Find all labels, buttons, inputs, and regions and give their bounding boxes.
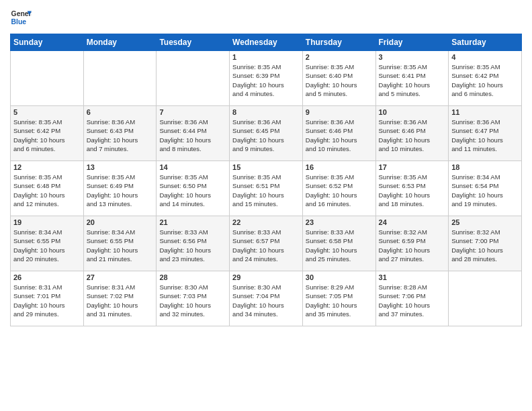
calendar-cell: 2Sunrise: 8:35 AM Sunset: 6:40 PM Daylig… xyxy=(302,51,375,106)
day-number: 11 xyxy=(451,108,519,116)
day-info: Sunrise: 8:30 AM Sunset: 7:03 PM Dayligh… xyxy=(159,283,226,318)
day-info: Sunrise: 8:36 AM Sunset: 6:45 PM Dayligh… xyxy=(232,118,300,153)
day-number: 24 xyxy=(379,218,446,226)
day-number: 25 xyxy=(451,218,519,226)
calendar-cell: 11Sunrise: 8:36 AM Sunset: 6:47 PM Dayli… xyxy=(449,106,522,161)
calendar-cell: 10Sunrise: 8:36 AM Sunset: 6:46 PM Dayli… xyxy=(375,106,449,161)
day-number: 29 xyxy=(232,273,300,281)
day-info: Sunrise: 8:29 AM Sunset: 7:05 PM Dayligh… xyxy=(306,283,373,318)
day-info: Sunrise: 8:35 AM Sunset: 6:40 PM Dayligh… xyxy=(306,62,373,98)
svg-text:Blue: Blue xyxy=(11,18,27,26)
calendar-cell xyxy=(157,51,230,106)
calendar-cell: 24Sunrise: 8:32 AM Sunset: 6:59 PM Dayli… xyxy=(375,216,449,271)
calendar-cell xyxy=(83,51,157,106)
day-info: Sunrise: 8:34 AM Sunset: 6:55 PM Dayligh… xyxy=(13,228,81,263)
day-number: 20 xyxy=(87,218,154,226)
day-info: Sunrise: 8:31 AM Sunset: 7:02 PM Dayligh… xyxy=(87,283,154,318)
day-number: 10 xyxy=(379,108,446,116)
calendar-cell: 5Sunrise: 8:35 AM Sunset: 6:42 PM Daylig… xyxy=(11,106,84,161)
day-info: Sunrise: 8:31 AM Sunset: 7:01 PM Dayligh… xyxy=(13,283,81,318)
day-number: 15 xyxy=(232,163,300,171)
day-number: 12 xyxy=(13,163,81,171)
day-number: 1 xyxy=(232,53,300,61)
day-info: Sunrise: 8:33 AM Sunset: 6:58 PM Dayligh… xyxy=(306,228,373,263)
day-number: 5 xyxy=(13,108,81,116)
day-info: Sunrise: 8:35 AM Sunset: 6:51 PM Dayligh… xyxy=(232,173,300,208)
calendar-cell: 25Sunrise: 8:32 AM Sunset: 7:00 PM Dayli… xyxy=(449,216,522,271)
day-info: Sunrise: 8:34 AM Sunset: 6:55 PM Dayligh… xyxy=(87,228,154,263)
day-number: 2 xyxy=(306,53,373,61)
day-info: Sunrise: 8:33 AM Sunset: 6:57 PM Dayligh… xyxy=(232,228,300,263)
day-number: 22 xyxy=(232,218,300,226)
calendar-cell: 6Sunrise: 8:36 AM Sunset: 6:43 PM Daylig… xyxy=(83,106,157,161)
calendar-cell: 22Sunrise: 8:33 AM Sunset: 6:57 PM Dayli… xyxy=(230,216,303,271)
day-info: Sunrise: 8:36 AM Sunset: 6:43 PM Dayligh… xyxy=(87,118,154,153)
calendar-table: SundayMondayTuesdayWednesdayThursdayFrid… xyxy=(10,34,522,326)
day-info: Sunrise: 8:35 AM Sunset: 6:53 PM Dayligh… xyxy=(379,173,446,208)
calendar-cell: 23Sunrise: 8:33 AM Sunset: 6:58 PM Dayli… xyxy=(302,216,375,271)
day-number: 30 xyxy=(306,273,373,281)
calendar-cell: 13Sunrise: 8:35 AM Sunset: 6:49 PM Dayli… xyxy=(83,161,157,216)
day-info: Sunrise: 8:35 AM Sunset: 6:48 PM Dayligh… xyxy=(13,173,81,208)
day-number: 28 xyxy=(159,273,226,281)
day-number: 16 xyxy=(306,163,373,171)
day-info: Sunrise: 8:35 AM Sunset: 6:41 PM Dayligh… xyxy=(379,62,446,98)
header-tuesday: Tuesday xyxy=(157,34,230,51)
header-wednesday: Wednesday xyxy=(230,34,303,51)
day-info: Sunrise: 8:35 AM Sunset: 6:49 PM Dayligh… xyxy=(87,173,154,208)
calendar-cell: 12Sunrise: 8:35 AM Sunset: 6:48 PM Dayli… xyxy=(11,161,84,216)
day-info: Sunrise: 8:33 AM Sunset: 6:56 PM Dayligh… xyxy=(159,228,226,263)
day-number: 27 xyxy=(87,273,154,281)
calendar-cell: 30Sunrise: 8:29 AM Sunset: 7:05 PM Dayli… xyxy=(302,271,375,326)
day-info: Sunrise: 8:36 AM Sunset: 6:47 PM Dayligh… xyxy=(451,118,519,153)
calendar-cell: 18Sunrise: 8:34 AM Sunset: 6:54 PM Dayli… xyxy=(449,161,522,216)
day-info: Sunrise: 8:35 AM Sunset: 6:39 PM Dayligh… xyxy=(232,62,300,98)
calendar-cell: 9Sunrise: 8:36 AM Sunset: 6:46 PM Daylig… xyxy=(302,106,375,161)
header-saturday: Saturday xyxy=(449,34,522,51)
day-number: 3 xyxy=(379,53,446,61)
day-number: 19 xyxy=(13,218,81,226)
day-info: Sunrise: 8:32 AM Sunset: 7:00 PM Dayligh… xyxy=(451,228,519,263)
calendar-cell: 3Sunrise: 8:35 AM Sunset: 6:41 PM Daylig… xyxy=(375,51,449,106)
day-info: Sunrise: 8:32 AM Sunset: 6:59 PM Dayligh… xyxy=(379,228,446,263)
calendar-cell: 1Sunrise: 8:35 AM Sunset: 6:39 PM Daylig… xyxy=(230,51,303,106)
calendar-cell: 21Sunrise: 8:33 AM Sunset: 6:56 PM Dayli… xyxy=(157,216,230,271)
day-info: Sunrise: 8:36 AM Sunset: 6:46 PM Dayligh… xyxy=(379,118,446,153)
calendar-cell xyxy=(11,51,84,106)
calendar-cell: 7Sunrise: 8:36 AM Sunset: 6:44 PM Daylig… xyxy=(157,106,230,161)
day-info: Sunrise: 8:35 AM Sunset: 6:50 PM Dayligh… xyxy=(159,173,226,208)
day-info: Sunrise: 8:35 AM Sunset: 6:42 PM Dayligh… xyxy=(451,62,519,98)
day-number: 17 xyxy=(379,163,446,171)
calendar-cell: 19Sunrise: 8:34 AM Sunset: 6:55 PM Dayli… xyxy=(11,216,84,271)
calendar-header-row: SundayMondayTuesdayWednesdayThursdayFrid… xyxy=(11,34,522,51)
day-info: Sunrise: 8:34 AM Sunset: 6:54 PM Dayligh… xyxy=(451,173,519,208)
day-info: Sunrise: 8:28 AM Sunset: 7:06 PM Dayligh… xyxy=(379,283,446,318)
calendar-cell: 28Sunrise: 8:30 AM Sunset: 7:03 PM Dayli… xyxy=(157,271,230,326)
day-info: Sunrise: 8:36 AM Sunset: 6:46 PM Dayligh… xyxy=(306,118,373,153)
calendar-cell: 17Sunrise: 8:35 AM Sunset: 6:53 PM Dayli… xyxy=(375,161,449,216)
day-number: 7 xyxy=(159,108,226,116)
calendar-cell: 14Sunrise: 8:35 AM Sunset: 6:50 PM Dayli… xyxy=(157,161,230,216)
calendar-cell xyxy=(449,271,522,326)
header-monday: Monday xyxy=(83,34,157,51)
calendar-cell: 16Sunrise: 8:35 AM Sunset: 6:52 PM Dayli… xyxy=(302,161,375,216)
day-number: 8 xyxy=(232,108,300,116)
calendar-cell: 4Sunrise: 8:35 AM Sunset: 6:42 PM Daylig… xyxy=(449,51,522,106)
day-number: 21 xyxy=(159,218,226,226)
calendar-week-3: 19Sunrise: 8:34 AM Sunset: 6:55 PM Dayli… xyxy=(11,216,522,271)
calendar-cell: 15Sunrise: 8:35 AM Sunset: 6:51 PM Dayli… xyxy=(230,161,303,216)
day-number: 4 xyxy=(451,53,519,61)
calendar-cell: 8Sunrise: 8:36 AM Sunset: 6:45 PM Daylig… xyxy=(230,106,303,161)
day-info: Sunrise: 8:30 AM Sunset: 7:04 PM Dayligh… xyxy=(232,283,300,318)
header-sunday: Sunday xyxy=(11,34,84,51)
day-number: 26 xyxy=(13,273,81,281)
calendar-cell: 27Sunrise: 8:31 AM Sunset: 7:02 PM Dayli… xyxy=(83,271,157,326)
calendar-cell: 31Sunrise: 8:28 AM Sunset: 7:06 PM Dayli… xyxy=(375,271,449,326)
calendar-cell: 29Sunrise: 8:30 AM Sunset: 7:04 PM Dayli… xyxy=(230,271,303,326)
day-info: Sunrise: 8:36 AM Sunset: 6:44 PM Dayligh… xyxy=(159,118,226,153)
calendar-cell: 26Sunrise: 8:31 AM Sunset: 7:01 PM Dayli… xyxy=(11,271,84,326)
header-friday: Friday xyxy=(375,34,449,51)
calendar-cell: 20Sunrise: 8:34 AM Sunset: 6:55 PM Dayli… xyxy=(83,216,157,271)
calendar-week-1: 5Sunrise: 8:35 AM Sunset: 6:42 PM Daylig… xyxy=(11,106,522,161)
logo-icon: General Blue xyxy=(10,7,32,28)
